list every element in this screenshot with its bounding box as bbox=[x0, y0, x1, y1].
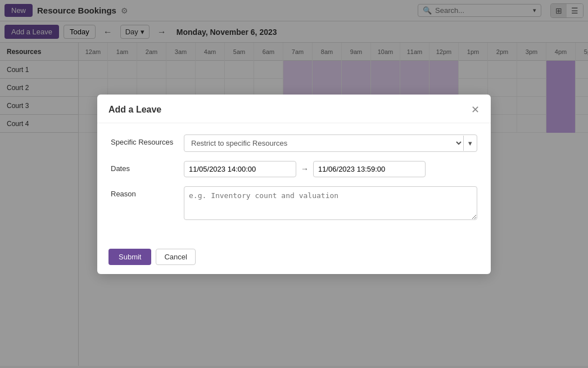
close-button[interactable]: ✕ bbox=[471, 104, 480, 116]
reason-row: Reason bbox=[111, 186, 477, 222]
specific-resources-field: Restrict to specific Resources ▾ bbox=[184, 134, 477, 152]
specific-resources-select[interactable]: Restrict to specific Resources bbox=[184, 135, 463, 151]
dates-label: Dates bbox=[111, 161, 184, 173]
modal-body: Specific Resources Restrict to specific … bbox=[97, 123, 491, 242]
modal-title: Add a Leave bbox=[108, 105, 161, 115]
specific-resources-row: Specific Resources Restrict to specific … bbox=[111, 134, 477, 152]
reason-field bbox=[184, 186, 477, 222]
dates-field: → bbox=[184, 161, 477, 177]
modal-header: Add a Leave ✕ bbox=[97, 95, 491, 123]
specific-resources-select-wrapper: Restrict to specific Resources ▾ bbox=[184, 134, 477, 152]
reason-label: Reason bbox=[111, 186, 184, 198]
modal: Add a Leave ✕ Specific Resources Restric… bbox=[97, 95, 491, 274]
dates-row: Dates → bbox=[111, 161, 477, 177]
submit-button[interactable]: Submit bbox=[108, 249, 151, 265]
specific-resources-label: Specific Resources bbox=[111, 134, 184, 146]
cancel-button[interactable]: Cancel bbox=[156, 249, 195, 265]
dates-inputs: → bbox=[184, 161, 477, 177]
reason-textarea[interactable] bbox=[184, 186, 477, 220]
modal-footer: Submit Cancel bbox=[97, 242, 491, 274]
date-arrow-icon: → bbox=[301, 164, 309, 173]
date-start-input[interactable] bbox=[184, 161, 296, 177]
modal-overlay[interactable]: Add a Leave ✕ Specific Resources Restric… bbox=[0, 0, 588, 366]
date-end-input[interactable] bbox=[313, 161, 426, 177]
select-dropdown-icon[interactable]: ▾ bbox=[463, 136, 477, 151]
